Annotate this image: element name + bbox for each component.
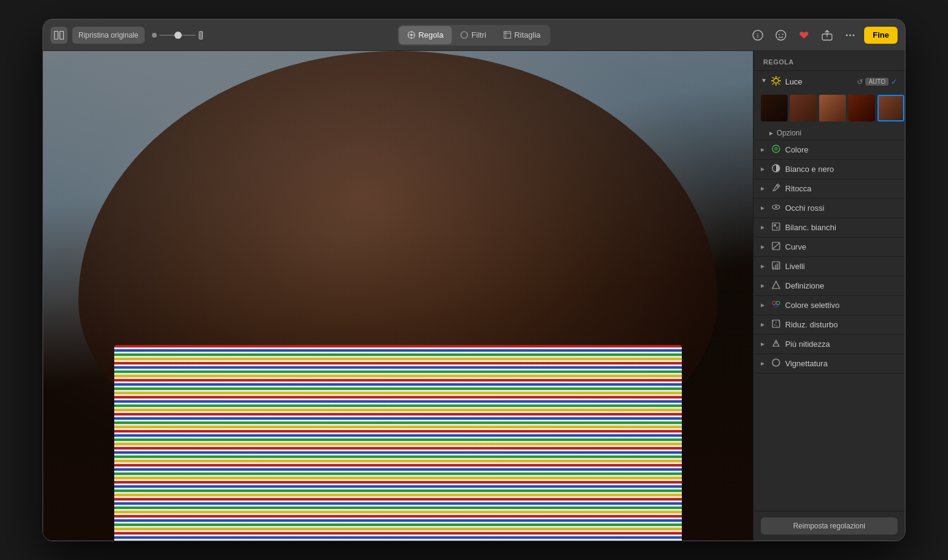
face-button[interactable] — [772, 26, 790, 44]
definizione-arrow: ▶ — [761, 283, 767, 289]
occhi-rossi-item[interactable]: ▶ Occhi rossi — [754, 199, 905, 218]
bianco-nero-arrow: ▶ — [761, 166, 767, 172]
luce-check-icon: ✓ — [891, 77, 898, 86]
restore-label: Ripristina originale — [78, 31, 139, 39]
restore-button[interactable]: Ripristina originale — [72, 27, 145, 44]
right-panel: REGOLA ▶ — [753, 51, 905, 541]
tab-ritaglia-label: Ritaglia — [514, 30, 540, 39]
riduz-disturbo-label: Riduz. disturbo — [785, 320, 898, 329]
bianco-nero-item[interactable]: ▶ Bianco e nero — [754, 160, 905, 179]
tab-ritaglia[interactable]: Ritaglia — [495, 26, 549, 44]
tab-regola[interactable]: Regola — [399, 26, 452, 44]
colore-icon — [771, 145, 781, 155]
svg-point-17 — [778, 33, 780, 35]
livelli-item[interactable]: ▶ Livelli — [754, 257, 905, 276]
comparison-slider[interactable] — [152, 30, 208, 40]
svg-rect-46 — [778, 262, 779, 269]
svg-marker-47 — [772, 281, 780, 289]
bilanc-bianchi-item[interactable]: ▶ Bilanc. bianchi — [754, 218, 905, 237]
luce-actions: ↺ AUTO ✓ — [857, 77, 898, 86]
svg-point-21 — [850, 34, 851, 36]
livelli-arrow: ▶ — [761, 264, 767, 269]
thumb-2[interactable] — [790, 95, 817, 121]
more-button[interactable] — [841, 26, 859, 44]
occhi-rossi-icon — [771, 203, 781, 213]
panel-title: REGOLA — [763, 58, 794, 66]
luce-header[interactable]: ▶ — [754, 71, 905, 92]
luce-undo-icon[interactable]: ↺ — [857, 78, 863, 86]
colore-selettivo-label: Colore selettivo — [785, 301, 898, 310]
piu-nitidezza-item[interactable]: ▶ Più nitidezza — [754, 335, 905, 354]
thumb-4[interactable] — [848, 95, 875, 121]
definizione-label: Definizione — [785, 281, 898, 290]
colore-label: Colore — [785, 145, 898, 154]
toolbar-tabs: Regola Filtri Ritaglia — [397, 25, 550, 46]
svg-point-50 — [774, 304, 778, 307]
svg-point-37 — [775, 207, 777, 208]
vignettatura-item[interactable]: ▶ Vignetta — [754, 354, 905, 374]
svg-rect-43 — [773, 267, 774, 269]
thumb-3[interactable] — [819, 95, 846, 121]
info-button[interactable]: i — [749, 26, 767, 44]
options-expand-icon: ▶ — [769, 131, 773, 136]
panel-footer: Reimposta regolazioni — [754, 511, 905, 541]
svg-line-30 — [778, 77, 780, 78]
ritocca-arrow: ▶ — [761, 186, 767, 191]
toolbar-left: Ripristina originale — [50, 27, 208, 44]
slider-thumb — [174, 32, 182, 39]
colore-item[interactable]: ▶ Colore — [754, 140, 905, 160]
split-view-icon — [50, 27, 67, 44]
svg-rect-53 — [775, 322, 777, 323]
colore-selettivo-item[interactable]: ▶ Colore selettivo — [754, 296, 905, 315]
svg-point-22 — [853, 34, 854, 36]
done-label: Fine — [873, 30, 889, 39]
luce-icon — [771, 76, 781, 87]
reset-label: Reimposta regolazioni — [793, 522, 865, 530]
svg-rect-56 — [777, 326, 778, 327]
definizione-item[interactable]: ▶ Definizione — [754, 276, 905, 296]
done-button[interactable]: Fine — [864, 27, 898, 44]
panel-header: REGOLA — [754, 51, 905, 71]
curve-item[interactable]: ▶ Curve — [754, 237, 905, 257]
photo-display — [43, 51, 753, 541]
svg-rect-3 — [199, 32, 202, 39]
colore-arrow: ▶ — [761, 147, 767, 152]
riduz-disturbo-icon — [771, 319, 781, 330]
svg-rect-44 — [775, 265, 776, 269]
svg-line-29 — [778, 83, 780, 84]
share-button[interactable] — [818, 26, 836, 44]
panel-content: ▶ — [754, 71, 905, 511]
thumb-5[interactable] — [878, 95, 904, 121]
slider-track — [159, 35, 196, 36]
svg-point-10 — [461, 32, 468, 38]
definizione-icon — [771, 281, 781, 291]
svg-point-16 — [776, 30, 786, 40]
svg-point-60 — [772, 359, 780, 366]
riduz-disturbo-item[interactable]: ▶ Riduz. disturbo — [754, 315, 905, 335]
svg-point-5 — [410, 34, 413, 36]
vignettatura-label: Vignettatura — [785, 359, 898, 368]
svg-line-31 — [772, 83, 774, 84]
photo-area — [43, 51, 753, 541]
svg-rect-11 — [504, 32, 510, 38]
favorite-button[interactable] — [795, 26, 813, 44]
svg-line-28 — [772, 77, 774, 78]
piu-nitidezza-label: Più nitidezza — [785, 340, 898, 349]
luce-auto-badge[interactable]: AUTO — [865, 78, 888, 86]
tab-filtri[interactable]: Filtri — [452, 26, 495, 44]
toolbar: Ripristina originale — [43, 19, 905, 51]
colore-selettivo-arrow: ▶ — [761, 302, 767, 308]
piu-nitidezza-icon — [771, 339, 781, 349]
split-view-button[interactable] — [50, 27, 67, 44]
reset-button[interactable]: Reimposta regolazioni — [761, 517, 898, 534]
thumb-1[interactable] — [761, 95, 788, 121]
options-label: Opzioni — [777, 129, 802, 137]
ritocca-item[interactable]: ▶ Ritocca — [754, 179, 905, 199]
luce-options[interactable]: ▶ Opzioni — [754, 126, 905, 140]
bianco-nero-label: Bianco e nero — [785, 165, 898, 174]
curve-label: Curve — [785, 242, 898, 251]
svg-rect-52 — [773, 321, 774, 322]
occhi-rossi-label: Occhi rossi — [785, 203, 898, 213]
bilanc-bianchi-icon — [771, 222, 781, 233]
livelli-label: Livelli — [785, 262, 898, 271]
